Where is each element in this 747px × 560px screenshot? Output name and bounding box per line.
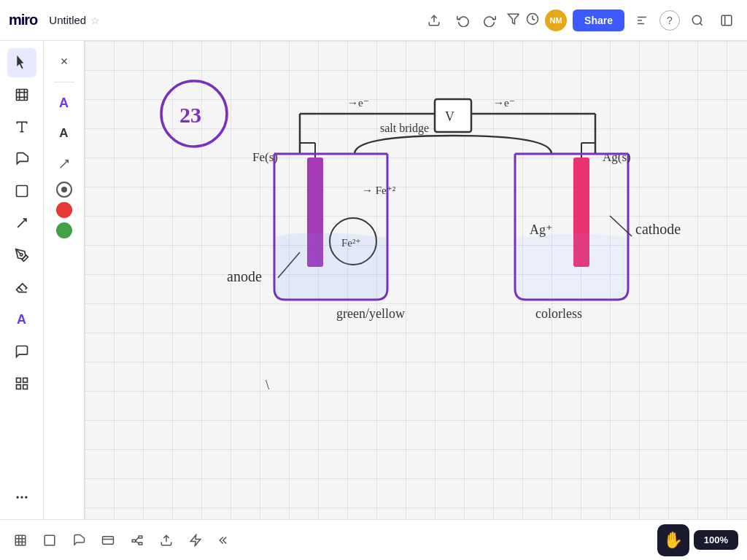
svg-rect-21	[23, 385, 27, 389]
pen-color-blue-button[interactable]: A	[51, 90, 77, 116]
svg-rect-65	[44, 535, 55, 545]
svg-rect-66	[103, 536, 114, 544]
svg-marker-74	[190, 534, 201, 545]
svg-text:→e⁻: →e⁻	[493, 97, 515, 109]
sticky-note-tool[interactable]	[7, 144, 36, 174]
share-button[interactable]: Share	[573, 9, 624, 31]
favorite-star[interactable]: ☆	[90, 15, 100, 26]
eraser-tool[interactable]	[7, 273, 36, 302]
pointer-button[interactable]	[526, 12, 539, 28]
upload-button[interactable]	[422, 9, 446, 32]
svg-text:cathode: cathode	[635, 221, 681, 237]
more-tools-button[interactable]	[7, 483, 36, 512]
redo-button[interactable]	[478, 9, 501, 32]
svg-line-5	[700, 23, 702, 25]
crosshair-color[interactable]	[56, 182, 72, 198]
svg-text:salt bridge: salt bridge	[380, 122, 429, 135]
bottom-bolt-button[interactable]	[184, 529, 207, 552]
svg-rect-8	[16, 90, 27, 101]
svg-rect-69	[139, 536, 142, 538]
pen-tool[interactable]	[7, 241, 36, 270]
title-area: Untitled ☆	[49, 14, 417, 26]
svg-point-23	[20, 496, 23, 498]
zoom-level[interactable]: 100%	[694, 530, 738, 550]
comment-tool[interactable]	[7, 337, 36, 366]
bottom-grid-button[interactable]	[125, 529, 149, 552]
zoom-indicator: ✋ 100%	[657, 524, 738, 556]
color-red[interactable]	[56, 202, 72, 218]
svg-text:green/yellow: green/yellow	[336, 306, 405, 321]
shape-tool[interactable]	[7, 176, 36, 206]
svg-point-22	[16, 496, 18, 498]
cursor-mode-button[interactable]	[507, 12, 520, 28]
bottom-frame-button[interactable]	[38, 529, 61, 552]
toolbar-separator	[54, 82, 74, 82]
undo-button[interactable]	[452, 9, 475, 32]
help-button[interactable]: ?	[659, 10, 680, 31]
arrow-tool-button[interactable]	[51, 151, 77, 177]
document-title[interactable]: Untitled	[49, 14, 86, 26]
svg-line-27	[60, 160, 68, 168]
svg-rect-15	[16, 186, 27, 197]
svg-point-17	[20, 254, 22, 256]
bottom-export-button[interactable]	[155, 529, 178, 552]
svg-text:colorless: colorless	[535, 306, 582, 321]
panel-toggle-button[interactable]	[715, 9, 738, 32]
svg-line-71	[136, 537, 139, 540]
svg-text:anode: anode	[227, 268, 262, 284]
svg-text:→e⁻: →e⁻	[347, 97, 369, 109]
svg-rect-19	[23, 378, 27, 383]
frame-tool[interactable]	[7, 80, 36, 109]
secondary-toolbar: A A	[44, 41, 85, 519]
svg-text:Ag(s): Ag(s)	[603, 150, 631, 164]
bottom-table-button[interactable]	[9, 529, 32, 552]
svg-point-4	[692, 15, 701, 24]
bottom-card-button[interactable]	[96, 529, 120, 552]
svg-text:23: 23	[179, 103, 201, 127]
miro-logo: miro	[9, 12, 37, 28]
svg-rect-6	[721, 15, 732, 26]
color-green[interactable]	[56, 222, 72, 238]
board-drawing: 23 V →e⁻ →e⁻ salt bridge	[85, 41, 747, 519]
svg-text:→ Fe⁺²: → Fe⁺²	[362, 184, 396, 196]
hand-tool-button[interactable]: ✋	[657, 524, 689, 556]
close-secondary-button[interactable]	[51, 48, 77, 74]
board-settings-button[interactable]	[630, 9, 654, 32]
undo-redo-area	[452, 9, 501, 32]
bottom-sticky-button[interactable]	[67, 529, 90, 552]
svg-rect-20	[16, 385, 20, 389]
svg-point-24	[25, 496, 27, 498]
svg-text:V: V	[445, 109, 454, 124]
svg-rect-68	[132, 540, 136, 542]
svg-text:Fe(s): Fe(s)	[252, 150, 278, 164]
svg-line-16	[18, 219, 26, 228]
line-tool[interactable]	[7, 209, 36, 238]
user-avatar: NM	[545, 9, 567, 31]
search-button[interactable]	[686, 9, 709, 32]
topbar: miro Untitled ☆ NM Share ?	[0, 0, 747, 41]
svg-rect-70	[139, 542, 142, 545]
svg-rect-18	[16, 378, 20, 383]
bottom-toolbar: ✋ 100%	[0, 519, 747, 560]
svg-text:\: \	[266, 378, 269, 392]
pen-style-button[interactable]: A	[51, 120, 77, 147]
topbar-right: NM Share ?	[507, 9, 738, 32]
canvas-area[interactable]: 23 V →e⁻ →e⁻ salt bridge	[85, 41, 747, 519]
text2-tool[interactable]: A	[7, 305, 36, 334]
left-toolbar: A	[0, 41, 44, 519]
svg-rect-60	[15, 535, 26, 545]
select-tool[interactable]	[7, 48, 36, 77]
grid-tool[interactable]	[7, 369, 36, 398]
bottom-collapse-button[interactable]	[213, 529, 236, 552]
text-tool[interactable]	[7, 112, 36, 141]
